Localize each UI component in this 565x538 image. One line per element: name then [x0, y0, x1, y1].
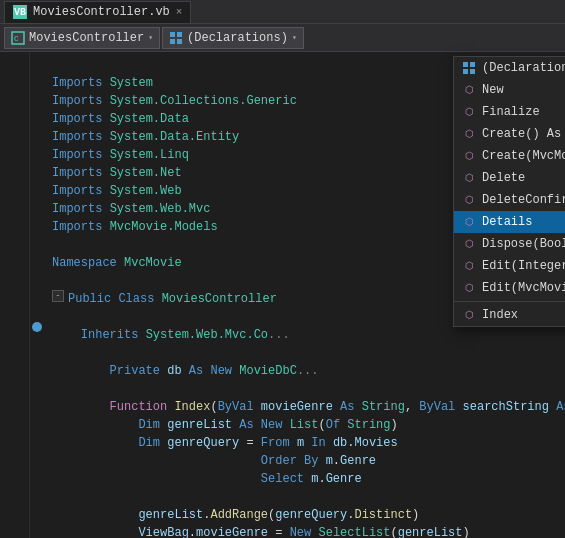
svg-rect-8	[463, 69, 468, 74]
menu-item-create1[interactable]: ⬡ Create() As Web.Mvc.ActionResult	[454, 123, 565, 145]
menu-item-details-label: Details	[482, 215, 532, 229]
class-dropdown-icon: C	[11, 31, 25, 45]
toolbar: C MoviesController ▾ (Declarations) ▾	[0, 24, 565, 52]
menu-item-deleteconfirmed-label: DeleteConfirmed	[482, 193, 565, 207]
index-icon: ⬡	[462, 308, 476, 322]
class-dropdown-label: MoviesController	[29, 31, 144, 45]
dispose-icon: ⬡	[462, 237, 476, 251]
menu-item-deleteconfirmed[interactable]: ⬡ DeleteConfirmed	[454, 189, 565, 211]
class-dropdown-arrow: ▾	[148, 33, 153, 42]
tab-vb-icon: VB	[13, 5, 27, 19]
deleteconfirmed-icon: ⬡	[462, 193, 476, 207]
svg-rect-3	[177, 32, 182, 37]
menu-separator	[454, 301, 565, 302]
create1-icon: ⬡	[462, 127, 476, 141]
svg-rect-2	[170, 32, 175, 37]
menu-item-create2-label: Create(MvcMovie.Models.Movie) As Web.Mvc…	[482, 149, 565, 163]
finalize-icon: ⬡	[462, 105, 476, 119]
svg-text:C: C	[14, 34, 19, 43]
menu-item-finalize[interactable]: ⬡ Finalize	[454, 101, 565, 123]
breakpoint-gutter	[30, 52, 44, 538]
menu-item-edit2[interactable]: ⬡ Edit(MvcMovie.Models.Movie) As Web.Mvc…	[454, 277, 565, 299]
menu-item-declarations[interactable]: (Declarations)	[454, 57, 565, 79]
member-dropdown[interactable]: (Declarations) ▾ (Declarations) ⬡	[162, 27, 304, 49]
create2-icon: ⬡	[462, 149, 476, 163]
svg-rect-4	[170, 39, 175, 44]
menu-item-new-label: New	[482, 83, 504, 97]
member-dropdown-label: (Declarations)	[187, 31, 288, 45]
menu-item-dispose[interactable]: ⬡ Dispose(Boolean)	[454, 233, 565, 255]
menu-item-edit1-label: Edit(Integer?) As Web.Mvc.ActionResult	[482, 259, 565, 273]
menu-item-create2[interactable]: ⬡ Create(MvcMovie.Models.Movie) As Web.M…	[454, 145, 565, 167]
menu-item-index-label: Index	[482, 308, 518, 322]
member-dropdown-menu: (Declarations) ⬡ New ⬡ Finalize ⬡ Create…	[453, 56, 565, 327]
menu-item-create1-label: Create() As Web.Mvc.ActionResult	[482, 127, 565, 141]
line-numbers	[0, 52, 30, 538]
tab-close-button[interactable]: ×	[176, 6, 183, 18]
collapse-btn[interactable]: -	[52, 290, 64, 302]
menu-item-declarations-label: (Declarations)	[482, 61, 565, 75]
member-dropdown-arrow: ▾	[292, 33, 297, 42]
new-icon: ⬡	[462, 83, 476, 97]
delete-icon: ⬡	[462, 171, 476, 185]
menu-item-new[interactable]: ⬡ New	[454, 79, 565, 101]
menu-item-delete-label: Delete	[482, 171, 525, 185]
menu-item-edit2-label: Edit(MvcMovie.Models.Movie) As Web.Mvc.A…	[482, 281, 565, 295]
svg-rect-5	[177, 39, 182, 44]
title-bar: VB MoviesController.vb ×	[0, 0, 565, 24]
menu-item-details[interactable]: ⬡ Details	[454, 211, 565, 233]
declarations-icon	[462, 61, 476, 75]
menu-item-edit1[interactable]: ⬡ Edit(Integer?) As Web.Mvc.ActionResult	[454, 255, 565, 277]
member-dropdown-icon	[169, 31, 183, 45]
edit2-icon: ⬡	[462, 281, 476, 295]
menu-item-index[interactable]: ⬡ Index	[454, 304, 565, 326]
svg-rect-7	[470, 62, 475, 67]
svg-rect-9	[470, 69, 475, 74]
details-icon: ⬡	[462, 215, 476, 229]
menu-item-finalize-label: Finalize	[482, 105, 540, 119]
breakpoint-marker	[32, 322, 42, 332]
menu-item-delete[interactable]: ⬡ Delete	[454, 167, 565, 189]
tab-filename: MoviesController.vb	[33, 5, 170, 19]
svg-rect-6	[463, 62, 468, 67]
menu-item-dispose-label: Dispose(Boolean)	[482, 237, 565, 251]
file-tab[interactable]: VB MoviesController.vb ×	[4, 1, 191, 23]
edit1-icon: ⬡	[462, 259, 476, 273]
class-dropdown[interactable]: C MoviesController ▾	[4, 27, 160, 49]
